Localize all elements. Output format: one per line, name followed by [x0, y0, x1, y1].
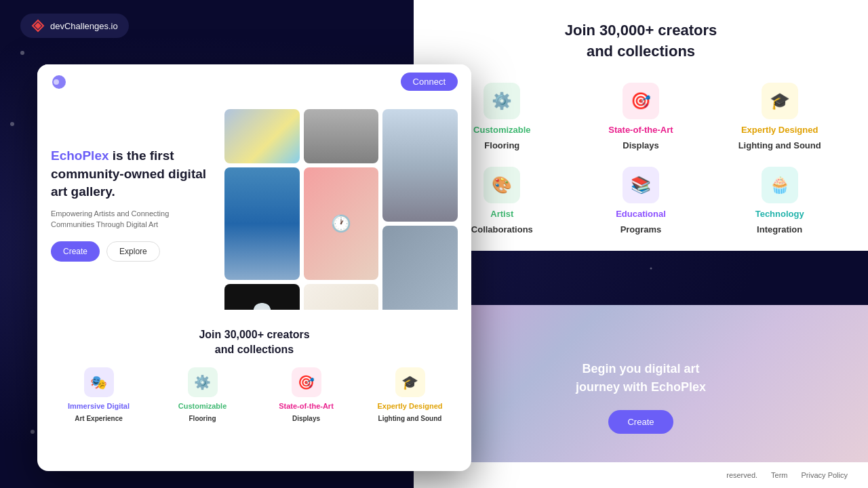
- feature-icon-immersive: 🎭: [84, 367, 114, 397]
- feature-card-displays: 🎯 State-of-the-Art Displays: [258, 367, 354, 422]
- gallery-item: [304, 284, 379, 310]
- feature-card-flooring: ⚙️ Customizable Flooring: [155, 367, 250, 422]
- features-grid: 🎭 Immersive Digital Art Experience ⚙️ Cu…: [51, 367, 458, 422]
- app-logo-icon: [51, 74, 67, 90]
- features-section: Join 30,000+ creatorsand collections 🎭 I…: [37, 317, 471, 429]
- fp-sublabel-flooring: Flooring: [484, 140, 519, 150]
- fp-sublabel-artist: Collaborations: [471, 224, 533, 235]
- gallery-item: [382, 226, 458, 310]
- fp-icon-displays: 🎯: [623, 83, 659, 119]
- fp-sublabel-displays: Displays: [623, 140, 658, 150]
- hero-explore-button[interactable]: Explore: [106, 241, 160, 262]
- fp-label-flooring: Customizable: [473, 125, 531, 135]
- feature-label-displays: State-of-the-Art: [279, 401, 334, 411]
- fp-label-lighting: Expertly Designed: [741, 125, 818, 135]
- footer-privacy-link[interactable]: Privacy Policy: [802, 471, 848, 479]
- right-features-grid: ⚙️ Customizable Flooring 🎯 State-of-the-…: [441, 83, 841, 235]
- connect-button[interactable]: Connect: [401, 73, 458, 91]
- dot-decoration: [20, 51, 24, 55]
- fp-label-educational: Educational: [616, 209, 666, 219]
- feature-icon-lighting: 🎓: [395, 367, 425, 397]
- feature-card-lighting: 🎓 Expertly Designed Lighting and Sound: [362, 367, 458, 422]
- fp-sublabel-lighting: Lighting and Sound: [738, 140, 821, 150]
- skull-decoration: 💀: [250, 302, 274, 310]
- footer-rights: reserved.: [726, 471, 757, 479]
- hero-create-button[interactable]: Create: [51, 241, 100, 262]
- dot-decoration: [10, 122, 14, 126]
- brand-name: EchoPlex: [51, 148, 109, 163]
- gallery-item: [304, 109, 379, 163]
- feature-sublabel-flooring: Flooring: [189, 415, 216, 422]
- fp-card-lighting: 🎓 Expertly Designed Lighting and Sound: [718, 83, 841, 150]
- gallery-item: [224, 167, 300, 280]
- feature-sublabel-immersive: Art Experience: [75, 415, 123, 422]
- gallery-item: 🕐: [304, 167, 379, 280]
- features-title: Join 30,000+ creatorsand collections: [51, 327, 458, 358]
- features-panel: Join 30,000+ creatorsand collections ⚙️ …: [414, 0, 868, 251]
- feature-label-lighting: Expertly Designed: [378, 401, 443, 411]
- fp-card-displays: 🎯 State-of-the-Art Displays: [580, 83, 703, 150]
- app-window: Connect EchoPlex is the first community-…: [37, 64, 471, 471]
- hero-text: EchoPlex is the first community-owned di…: [51, 106, 214, 310]
- fp-icon-educational: 📚: [623, 167, 659, 203]
- journey-create-button[interactable]: Create: [608, 410, 673, 434]
- fp-label-artist: Artist: [490, 209, 513, 219]
- journey-panel: Begin you digital artjourney with EchoPl…: [414, 305, 868, 488]
- fp-card-technology: 🧁 Technology Integration: [718, 167, 841, 235]
- gallery-item: [382, 109, 458, 222]
- fp-label-displays: State-of-the-Art: [608, 125, 673, 135]
- footer-term-link[interactable]: Term: [771, 471, 787, 479]
- footer-strip: reserved. Term Privacy Policy: [414, 462, 868, 488]
- gallery-item: 💀: [224, 284, 300, 310]
- feature-icon-flooring: ⚙️: [188, 367, 218, 397]
- feature-icon-displays: 🎯: [292, 367, 321, 397]
- feature-card-immersive: 🎭 Immersive Digital Art Experience: [51, 367, 146, 422]
- feature-label-flooring: Customizable: [178, 401, 227, 411]
- fp-icon-artist: 🎨: [484, 167, 520, 203]
- journey-title: Begin you digital artjourney with EchoPl…: [576, 360, 706, 396]
- topbar: devChallenges.io: [20, 14, 129, 38]
- topbar-logo: [31, 19, 45, 33]
- fp-icon-flooring: ⚙️: [484, 83, 520, 119]
- fp-label-technology: Technology: [755, 209, 804, 219]
- clock-icon: 🕐: [331, 214, 351, 233]
- fp-sublabel-technology: Integration: [757, 224, 802, 235]
- hero-subtitle: Empowering Artists and Connecting Commun…: [51, 208, 214, 230]
- hero-buttons: Create Explore: [51, 241, 214, 262]
- fp-icon-lighting: 🎓: [762, 83, 798, 119]
- gallery-grid: 🕐 💀: [224, 106, 458, 310]
- hero-title: EchoPlex is the first community-owned di…: [51, 147, 214, 201]
- fp-card-educational: 📚 Educational Programs: [580, 167, 703, 235]
- topbar-name: devChallenges.io: [50, 21, 118, 31]
- fp-icon-technology: 🧁: [762, 167, 798, 203]
- svg-point-3: [54, 79, 59, 85]
- gallery-item: [224, 109, 300, 163]
- right-features-title: Join 30,000+ creatorsand collections: [441, 20, 841, 62]
- feature-sublabel-lighting: Lighting and Sound: [378, 415, 442, 422]
- hero-section: EchoPlex is the first community-owned di…: [37, 100, 471, 317]
- app-header: Connect: [37, 64, 471, 100]
- dot-decoration: [31, 430, 35, 434]
- feature-sublabel-displays: Displays: [292, 415, 320, 422]
- fp-sublabel-educational: Programs: [620, 224, 662, 235]
- feature-label-immersive: Immersive Digital: [68, 401, 130, 411]
